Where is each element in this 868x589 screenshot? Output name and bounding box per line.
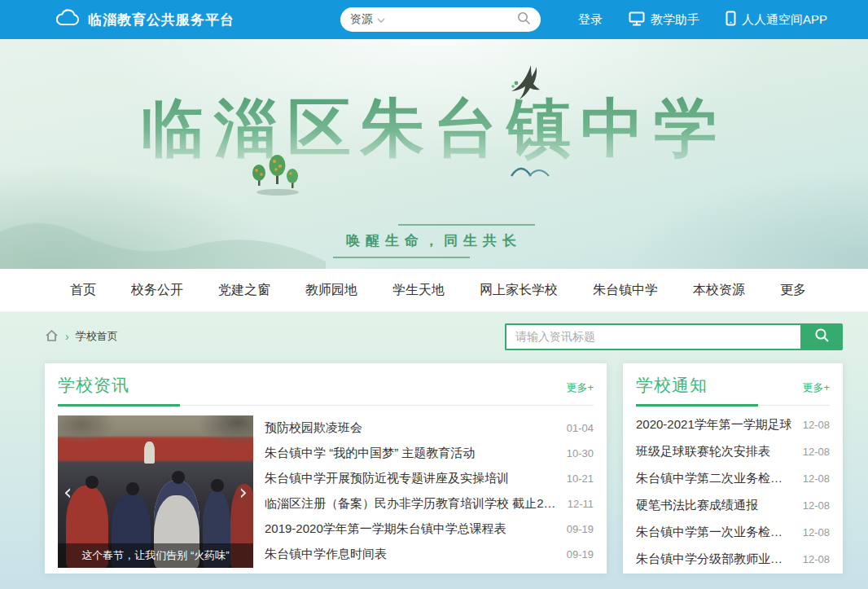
carousel-photo-head [85,476,99,489]
news-item-date: 12-11 [568,498,594,510]
search-scope-dropdown[interactable]: 资源 [350,12,385,27]
news-item-title: 预防校园欺凌班会 [265,420,362,436]
news-item-title: 朱台镇中学 “我的中国梦” 主题教育活动 [265,446,475,461]
school-notices-more-link[interactable]: 更多+ [802,380,830,395]
page: 临淄教育公共服务平台 资源 登录 教学助手 [0,0,868,589]
renrentong-app-label: 人人通空间APP [742,12,827,28]
news-list-item[interactable]: 朱台镇中学 “我的中国梦” 主题教育活动 10-30 [265,441,594,466]
school-notices-divider [636,404,830,407]
home-icon[interactable] [45,329,59,345]
teaching-assistant-link[interactable]: 教学助手 [629,11,699,29]
notice-list-item[interactable]: 班级足球联赛轮次安排表 12-08 [636,438,830,465]
renrentong-app-link[interactable]: 人人通空间APP [726,11,827,29]
carousel-photo-head [211,479,224,492]
notice-item-date: 12-08 [803,553,830,565]
school-news-more-link[interactable]: 更多+ [566,380,594,395]
notice-list: 2020-2021学年第一学期足球 12-08 班级足球联赛轮次安排表 12-0… [623,407,843,573]
school-news-header: 学校资讯 更多+ [45,363,607,397]
nav-item-more[interactable]: 更多 [780,282,806,299]
notice-list-item[interactable]: 硬笔书法比赛成绩通报 12-08 [636,492,830,519]
news-list-item[interactable]: 预防校园欺凌班会 01-04 [265,415,594,441]
carousel-caption[interactable]: 这个春节，让我们告别 “火药味” [58,543,253,568]
platform-title: 临淄教育公共服务平台 [88,11,235,29]
top-links: 登录 教学助手 人人通空间APP [578,11,827,29]
notice-item-title: 朱台镇中学第二次业务检查的 [636,471,793,486]
news-item-title: 朱台镇中学开展预防近视专题讲座及实操培训 [265,471,509,486]
chevron-down-icon [377,13,385,26]
nav-item-party-building[interactable]: 党建之窗 [218,282,270,299]
school-news-divider [58,404,594,407]
login-link[interactable]: 登录 [578,12,603,28]
news-item-date: 10-21 [567,473,594,485]
school-notices-header: 学校通知 更多+ [623,363,843,397]
news-item-date: 09-19 [567,548,594,560]
toolbar-row: › 学校首页 [45,323,843,350]
notice-item-title: 朱台镇中学第一次业务检查的 [636,525,793,540]
notice-item-date: 12-08 [803,473,830,485]
notice-item-date: 12-08 [803,419,830,431]
banner-slogan: 唤醒生命，同生共长 [346,231,522,250]
phone-icon [726,11,736,29]
trees-decoration [248,152,305,202]
cards-row: 学校资讯 更多+ ‹ [45,363,843,574]
news-list-item[interactable]: 朱台镇中学作息时间表 09-19 [265,542,594,567]
carousel-photo-head [172,471,185,484]
notice-item-title: 班级足球联赛轮次安排表 [636,444,770,459]
news-list: 预防校园欺凌班会 01-04 朱台镇中学 “我的中国梦” 主题教育活动 10-3… [265,415,594,568]
news-search [505,323,843,350]
nav-item-zhutai-school[interactable]: 朱台镇中学 [593,282,658,299]
school-notices-card: 学校通知 更多+ 2020-2021学年第一学期足球 12-08 班级足球联赛轮… [623,363,843,574]
news-search-input[interactable] [505,323,800,350]
carousel-prev-arrow[interactable]: ‹ [64,481,72,503]
swallow-bird-icon [503,64,550,109]
search-scope-value: 资源 [350,12,373,27]
content-area: › 学校首页 学校资讯 更多+ [0,312,868,589]
breadcrumb-current[interactable]: 学校首页 [76,329,118,344]
notice-item-date: 12-08 [803,526,830,538]
news-list-item[interactable]: 2019-2020学年第一学期朱台镇中学总课程表 09-19 [265,516,594,542]
nav-item-student-world[interactable]: 学生天地 [392,282,445,299]
notice-item-title: 朱台镇中学分级部教师业务展 [636,552,793,567]
school-news-card: 学校资讯 更多+ ‹ [45,363,607,574]
notice-item-title: 2020-2021学年第一学期足球 [636,417,792,433]
news-item-title: 临淄区注册（备案）民办非学历教育培训学校 截止2019 [265,496,558,512]
nav-item-parent-school[interactable]: 网上家长学校 [480,282,558,299]
news-list-item[interactable]: 朱台镇中学开展预防近视专题讲座及实操培训 10-21 [265,466,594,491]
notice-list-item[interactable]: 朱台镇中学第二次业务检查的 12-08 [636,465,830,492]
news-item-date: 10-30 [567,447,594,459]
search-icon[interactable] [517,11,531,29]
school-name-title: 临淄区朱台镇中学 [0,86,868,172]
monitor-icon [629,11,645,29]
login-label: 登录 [578,12,603,28]
cloud-icon [55,9,80,30]
small-hills-decoration [510,160,562,181]
news-item-date: 01-04 [567,422,594,434]
nav-item-school-resources[interactable]: 本校资源 [693,282,745,299]
nav-item-school-affairs[interactable]: 校务公开 [131,282,183,299]
top-bar: 临淄教育公共服务平台 资源 登录 教学助手 [0,0,868,39]
news-item-date: 09-19 [567,523,594,535]
notice-list-item[interactable]: 2020-2021学年第一学期足球 12-08 [636,411,830,438]
school-news-body: ‹ › 这个春节，让我们告别 “火药味” 预防校园欺凌班会 01-04 朱台镇中… [45,407,607,568]
notice-list-item[interactable]: 朱台镇中学第一次业务检查的 12-08 [636,519,830,546]
news-search-button[interactable] [800,323,843,350]
news-item-title: 2019-2020学年第一学期朱台镇中学总课程表 [265,521,506,537]
news-item-title: 朱台镇中学作息时间表 [265,547,387,562]
nav-item-teacher-garden[interactable]: 教师园地 [305,282,357,299]
school-banner: 临淄区朱台镇中学 唤醒生命，同生共长 [0,39,868,269]
news-list-item[interactable]: 临淄区注册（备案）民办非学历教育培训学校 截止2019 12-11 [265,491,594,516]
search-icon [814,327,830,345]
nav-item-home[interactable]: 首页 [70,282,96,299]
notice-item-title: 硬笔书法比赛成绩通报 [636,498,758,513]
teaching-assistant-label: 教学助手 [651,12,699,28]
carousel-next-arrow[interactable]: › [239,481,248,503]
breadcrumb-separator: › [65,330,69,343]
main-nav: 首页 校务公开 党建之窗 教师园地 学生天地 网上家长学校 朱台镇中学 本校资源… [0,269,868,312]
notice-list-item[interactable]: 朱台镇中学分级部教师业务展 12-08 [636,546,830,573]
platform-logo[interactable]: 临淄教育公共服务平台 [55,9,235,30]
breadcrumb: › 学校首页 [45,329,118,345]
top-search-bar[interactable]: 资源 [340,7,541,32]
news-carousel[interactable]: ‹ › 这个春节，让我们告别 “火药味” [58,415,253,568]
carousel-photo-speaker [144,442,155,464]
school-news-title: 学校资讯 [58,374,129,397]
